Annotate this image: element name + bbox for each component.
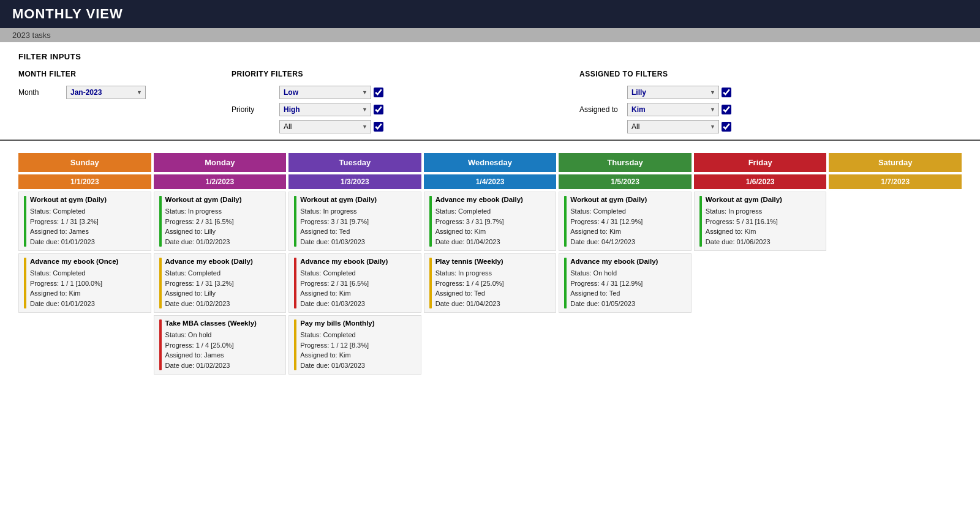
task-detail: Status: In progress Progress: 3 / 31 [9.…: [300, 206, 416, 247]
task-title: Advance my ebook (Daily): [570, 258, 686, 265]
thursday-column: Thursday 1/5/2023 Workout at gym (Daily)…: [559, 153, 692, 375]
subtitle: 2023 tasks: [12, 31, 51, 40]
task-detail: Status: Completed Progress: 1 / 1 [100.0…: [30, 268, 146, 308]
filter-section: FILTER INPUTS MONTH FILTER Month Jan-202…: [0, 42, 980, 141]
month-filter-title: MONTH FILTER: [18, 70, 146, 78]
task-card: Workout at gym (Daily) Status: In progre…: [694, 192, 827, 251]
task-content: Advance my ebook (Daily) Status: Complet…: [300, 258, 416, 308]
assigned-label: Assigned to: [579, 105, 622, 114]
priority-low-select-wrapper[interactable]: Low: [279, 86, 371, 99]
month-select[interactable]: Jan-2023: [66, 86, 146, 99]
filter-row: MONTH FILTER Month Jan-2023 PRIORITY FIL…: [18, 70, 962, 133]
wednesday-header: Wednesday: [424, 153, 557, 172]
priority-filter-label-row: Priority Low High: [232, 86, 383, 133]
assigned-lilly-select[interactable]: Lilly: [627, 86, 719, 99]
assigned-lilly-select-wrapper[interactable]: Lilly: [627, 86, 719, 99]
task-card: Advance my ebook (Daily) Status: Complet…: [154, 253, 287, 313]
priority-filter-title: PRIORITY FILTERS: [232, 70, 383, 78]
task-card: Advance my ebook (Once) Status: Complete…: [18, 253, 151, 313]
task-detail: Status: On hold Progress: 1 / 4 [25.0%] …: [165, 330, 281, 370]
friday-date: 1/6/2023: [694, 174, 827, 189]
task-content: Advance my ebook (Daily) Status: On hold…: [570, 258, 686, 308]
tuesday-column: Tuesday 1/3/2023 Workout at gym (Daily) …: [288, 153, 421, 375]
month-filter-item: Month Jan-2023: [18, 86, 146, 99]
task-title: Advance my ebook (Daily): [435, 196, 551, 203]
filter-title: FILTER INPUTS: [18, 52, 962, 61]
task-priority-bar: [159, 258, 162, 308]
month-select-wrapper[interactable]: Jan-2023: [66, 86, 146, 99]
task-priority-bar: [294, 196, 296, 247]
sunday-header: Sunday: [18, 153, 151, 172]
monday-header: Monday: [154, 153, 287, 172]
thursday-date: 1/5/2023: [559, 174, 692, 189]
task-title: Workout at gym (Daily): [300, 196, 416, 203]
task-card: Play tennis (Weekly) Status: In progress…: [424, 253, 557, 313]
assigned-lilly-checkbox[interactable]: [722, 88, 731, 97]
priority-all-select-wrapper[interactable]: All: [279, 120, 371, 133]
task-priority-bar: [699, 196, 702, 247]
task-detail: Status: Completed Progress: 1 / 31 [3.2%…: [30, 206, 146, 247]
priority-high-row: High: [279, 103, 383, 116]
saturday-header: Saturday: [829, 153, 962, 172]
task-content: Workout at gym (Daily) Status: In progre…: [165, 196, 281, 247]
task-detail: Status: In progress Progress: 2 / 31 [6.…: [165, 206, 281, 247]
task-content: Advance my ebook (Daily) Status: Complet…: [435, 196, 551, 247]
assigned-selects: Lilly Kim: [627, 86, 731, 133]
priority-high-select[interactable]: High: [279, 103, 371, 116]
calendar-container: Sunday 1/1/2023 Workout at gym (Daily) S…: [0, 141, 980, 387]
task-title: Workout at gym (Daily): [165, 196, 281, 203]
task-priority-bar: [564, 258, 567, 308]
priority-high-checkbox[interactable]: [374, 105, 383, 114]
task-detail: Status: Completed Progress: 1 / 31 [3.2%…: [165, 268, 281, 308]
task-title: Pay my bills (Monthly): [300, 319, 416, 327]
task-card: Workout at gym (Daily) Status: In progre…: [288, 192, 421, 251]
priority-low-select[interactable]: Low: [279, 86, 371, 99]
saturday-date: 1/7/2023: [829, 174, 962, 189]
assigned-all-checkbox[interactable]: [722, 122, 731, 132]
assigned-kim-select[interactable]: Kim: [627, 103, 719, 116]
task-content: Play tennis (Weekly) Status: In progress…: [435, 258, 551, 308]
task-detail: Status: Completed Progress: 2 / 31 [6.5%…: [300, 268, 416, 308]
assigned-all-select[interactable]: All: [627, 120, 719, 133]
task-title: Take MBA classes (Weekly): [165, 319, 281, 327]
priority-all-select[interactable]: All: [279, 120, 371, 133]
task-card: Workout at gym (Daily) Status: Completed…: [559, 192, 692, 251]
assigned-all-select-wrapper[interactable]: All: [627, 120, 719, 133]
task-priority-bar: [159, 319, 162, 370]
task-title: Advance my ebook (Once): [30, 258, 146, 265]
sub-header: 2023 tasks: [0, 28, 980, 42]
friday-column: Friday 1/6/2023 Workout at gym (Daily) S…: [694, 153, 827, 375]
priority-low-checkbox[interactable]: [374, 88, 383, 97]
task-priority-bar: [294, 258, 296, 308]
thursday-header: Thursday: [559, 153, 692, 172]
priority-all-checkbox[interactable]: [374, 122, 383, 132]
monday-date: 1/2/2023: [154, 174, 287, 189]
task-card: Take MBA classes (Weekly) Status: On hol…: [154, 315, 287, 375]
task-content: Workout at gym (Daily) Status: In progre…: [300, 196, 416, 247]
task-card: Workout at gym (Daily) Status: In progre…: [154, 192, 287, 251]
monday-column: Monday 1/2/2023 Workout at gym (Daily) S…: [154, 153, 287, 375]
assigned-kim-select-wrapper[interactable]: Kim: [627, 103, 719, 116]
assigned-kim-checkbox[interactable]: [722, 105, 731, 114]
header-bar: MONTHLY VIEW: [0, 0, 980, 28]
task-detail: Status: Completed Progress: 1 / 12 [8.3%…: [300, 330, 416, 370]
priority-all-row: All: [279, 120, 383, 133]
wednesday-column: Wednesday 1/4/2023 Advance my ebook (Dai…: [424, 153, 557, 375]
saturday-column: Saturday 1/7/2023: [829, 153, 962, 375]
task-title: Workout at gym (Daily): [30, 196, 146, 203]
task-content: Advance my ebook (Once) Status: Complete…: [30, 258, 146, 308]
assigned-lilly-row: Lilly: [627, 86, 731, 99]
task-card: Workout at gym (Daily) Status: Completed…: [18, 192, 151, 251]
task-detail: Status: On hold Progress: 4 / 31 [12.9%]…: [570, 268, 686, 308]
priority-high-select-wrapper[interactable]: High: [279, 103, 371, 116]
task-priority-bar: [24, 196, 26, 247]
task-priority-bar: [429, 258, 432, 308]
task-title: Workout at gym (Daily): [570, 196, 686, 203]
task-detail: Status: Completed Progress: 3 / 31 [9.7%…: [435, 206, 551, 247]
task-priority-bar: [24, 258, 26, 308]
task-detail: Status: In progress Progress: 5 / 31 [16…: [706, 206, 821, 247]
task-priority-bar: [294, 319, 296, 370]
task-card: Advance my ebook (Daily) Status: Complet…: [288, 253, 421, 313]
tuesday-header: Tuesday: [288, 153, 421, 172]
task-content: Workout at gym (Daily) Status: Completed…: [570, 196, 686, 247]
